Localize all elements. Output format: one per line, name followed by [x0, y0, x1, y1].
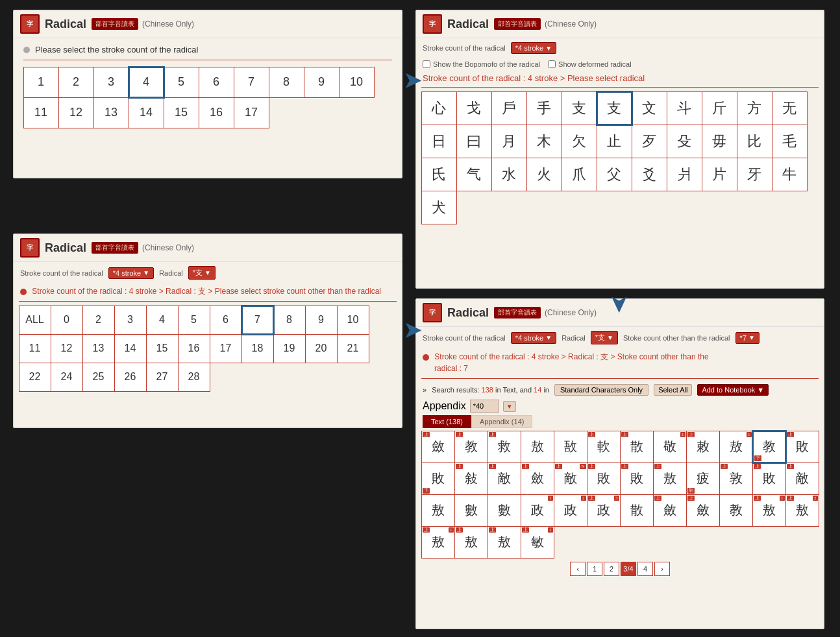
char-cell-28[interactable]: 政2 — [554, 494, 587, 527]
char-cell-0[interactable]: 斂上 — [421, 431, 455, 463]
num-cell-other-13[interactable]: 13 — [82, 334, 115, 363]
num-cell-other-24[interactable]: 24 — [51, 363, 83, 392]
num-cell-other-18[interactable]: 18 — [241, 334, 274, 363]
radical-cell-21[interactable]: 毛 — [772, 125, 808, 158]
panel4-page-dropdown[interactable]: ▼ — [503, 401, 516, 412]
char-cell-34[interactable]: 敖上1 — [752, 494, 786, 527]
radical-cell-16[interactable]: 止 — [597, 125, 632, 158]
page-1-btn[interactable]: 1 — [587, 562, 602, 576]
num-cell-other-0[interactable]: 0 — [51, 306, 83, 335]
num-cell-other-2[interactable]: 2 — [82, 306, 115, 335]
num-cell-7[interactable]: 7 — [234, 67, 269, 98]
num-cell-other-22[interactable]: 22 — [19, 363, 51, 392]
num-cell-other-21[interactable]: 21 — [337, 334, 369, 363]
num-cell-other-15[interactable]: 15 — [146, 334, 179, 363]
char-cell-19[interactable]: 敖上 — [653, 463, 687, 495]
radical-cell-20[interactable]: 比 — [737, 125, 772, 158]
char-cell-27[interactable]: 政1 — [521, 494, 554, 527]
char-cell-33[interactable]: 教 — [719, 494, 753, 527]
radical-cell-7[interactable]: 斗 — [667, 91, 702, 125]
char-cell-23[interactable]: 敵上 — [785, 463, 819, 495]
num-cell-11[interactable]: 11 — [23, 97, 59, 128]
num-cell-16[interactable]: 16 — [199, 97, 234, 128]
page-3-btn[interactable]: 3/4 — [621, 562, 636, 576]
radical-cell-5[interactable]: 支 — [597, 91, 632, 125]
char-cell-2[interactable]: 救上 — [488, 431, 521, 463]
radical-cell-15[interactable]: 欠 — [562, 125, 597, 158]
char-cell-3[interactable]: 敖 — [521, 431, 554, 463]
char-cell-39[interactable]: 敏上1 — [521, 526, 554, 559]
char-cell-12[interactable]: 敗下 — [421, 463, 455, 495]
char-cell-31[interactable]: 斂上 — [653, 494, 687, 527]
num-cell-other-8[interactable]: 8 — [273, 306, 306, 335]
char-cell-32[interactable]: 斂上 — [686, 494, 720, 527]
num-cell-other-26[interactable]: 26 — [114, 363, 147, 392]
page-4-btn[interactable]: 4 — [637, 562, 653, 576]
radical-cell-31[interactable]: 牙 — [737, 158, 772, 191]
char-cell-37[interactable]: 敖上 — [454, 526, 488, 559]
radical-cell-25[interactable]: 火 — [526, 158, 562, 191]
radical-cell-4[interactable]: 支 — [562, 91, 597, 125]
radical-cell-14[interactable]: 木 — [526, 125, 562, 158]
radical-cell-26[interactable]: 爪 — [562, 158, 597, 191]
radical-cell-33[interactable]: 犬 — [421, 191, 457, 224]
num-cell-other-27[interactable]: 27 — [146, 363, 179, 392]
char-cell-17[interactable]: 敗上 — [587, 463, 621, 495]
num-cell-other-25[interactable]: 25 — [82, 363, 115, 392]
panel4-page-input[interactable] — [470, 400, 499, 413]
char-cell-13[interactable]: 敍上 — [454, 463, 488, 495]
char-cell-8[interactable]: 敕上 — [686, 431, 720, 463]
num-cell-other-6[interactable]: 6 — [210, 306, 242, 335]
char-cell-18[interactable]: 敗上 — [620, 463, 654, 495]
radical-cell-30[interactable]: 片 — [702, 158, 737, 191]
page-2-btn[interactable]: 2 — [604, 562, 619, 576]
char-cell-36[interactable]: 敖上1 — [421, 526, 455, 559]
num-cell-13[interactable]: 13 — [93, 97, 129, 128]
num-cell-other-19[interactable]: 19 — [273, 334, 306, 363]
radical-cell-3[interactable]: 手 — [526, 91, 562, 125]
num-cell-9[interactable]: 9 — [304, 67, 340, 98]
char-cell-26[interactable]: 數 — [488, 494, 521, 527]
num-cell-8[interactable]: 8 — [269, 67, 304, 98]
radical-cell-11[interactable]: 日 — [421, 125, 457, 158]
num-cell-other-12[interactable]: 12 — [51, 334, 83, 363]
panel4-stroke-dropdown[interactable]: *4 stroke ▼ — [511, 332, 556, 344]
radical-cell-10[interactable]: 无 — [772, 91, 808, 125]
num-cell-other-20[interactable]: 20 — [305, 334, 338, 363]
radical-cell-0[interactable]: 心 — [421, 91, 457, 125]
char-cell-35[interactable]: 敖上2 — [785, 494, 819, 527]
radical-cell-27[interactable]: 父 — [597, 158, 632, 191]
radical-cell-12[interactable]: 曰 — [456, 125, 492, 158]
radical-cell-32[interactable]: 牛 — [772, 158, 808, 191]
radical-cell-28[interactable]: 爻 — [632, 158, 667, 191]
standard-chars-btn[interactable]: Standard Characters Only — [554, 384, 649, 396]
num-cell-other-ALL[interactable]: ALL — [19, 306, 51, 335]
num-cell-1[interactable]: 1 — [23, 67, 59, 98]
char-cell-25[interactable]: 數 — [454, 494, 488, 527]
num-cell-other-5[interactable]: 5 — [178, 306, 210, 335]
num-cell-other-11[interactable]: 11 — [19, 334, 51, 363]
char-cell-21[interactable]: 敦上 — [719, 463, 753, 495]
char-cell-16[interactable]: 敵上N — [554, 463, 587, 495]
char-cell-22[interactable]: 敗上 — [752, 463, 786, 495]
num-cell-4[interactable]: 4 — [129, 67, 164, 98]
num-cell-12[interactable]: 12 — [58, 97, 94, 128]
char-cell-24[interactable]: 敖 — [421, 494, 455, 527]
panel3-radical-dropdown[interactable]: *支 ▼ — [188, 266, 216, 280]
char-cell-15[interactable]: 斂上 — [521, 463, 554, 495]
radical-cell-1[interactable]: 戈 — [456, 91, 492, 125]
char-cell-6[interactable]: 散上 — [620, 431, 654, 463]
radical-cell-6[interactable]: 文 — [632, 91, 667, 125]
radical-cell-23[interactable]: 气 — [456, 158, 492, 191]
char-cell-4[interactable]: 敔 — [554, 431, 587, 463]
page-next-btn[interactable]: › — [654, 562, 670, 576]
panel4-radical-dropdown[interactable]: *支 ▼ — [591, 331, 618, 344]
char-cell-20[interactable]: 疲副 — [686, 463, 720, 495]
num-cell-other-4[interactable]: 4 — [146, 306, 179, 335]
char-cell-1[interactable]: 教上 — [454, 431, 488, 463]
checkbox-deformed[interactable]: Show deformed radical — [548, 60, 632, 68]
char-cell-11[interactable]: 敗上 — [785, 431, 819, 463]
radical-cell-24[interactable]: 水 — [491, 158, 527, 191]
select-all-btn[interactable]: Select All — [654, 384, 692, 396]
checkbox-bopomofo[interactable]: Show the Bopomofo of the radical — [423, 60, 540, 68]
